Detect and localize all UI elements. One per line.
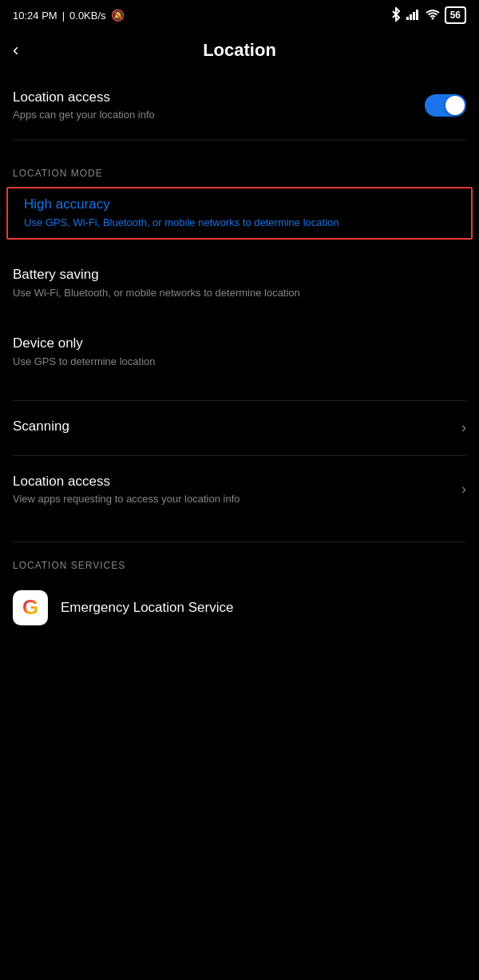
scanning-title: Scanning [13, 419, 69, 434]
page-title: Location [203, 40, 276, 61]
location-access-apps-chevron-icon: › [461, 481, 466, 498]
location-mode-section-label: LOCATION MODE [13, 153, 466, 187]
location-access-apps-sub: View apps requesting to access your loca… [13, 493, 240, 505]
battery-level: 56 [450, 10, 461, 21]
svg-rect-0 [406, 17, 409, 20]
mode-item-device-only[interactable]: Device only Use GPS to determine locatio… [13, 327, 466, 377]
page-header: ‹ Location [0, 27, 479, 77]
scanning-text: Scanning [13, 419, 69, 438]
battery-saving-desc: Use Wi-Fi, Bluetooth, or mobile networks… [13, 286, 466, 300]
location-access-apps-row[interactable]: Location access View apps requesting to … [13, 459, 466, 519]
device-only-desc: Use GPS to determine location [13, 355, 466, 369]
high-accuracy-desc: Use GPS, Wi-Fi, Bluetooth, or mobile net… [24, 216, 465, 230]
status-right: 56 [390, 6, 466, 24]
time-display: 10:24 PM [13, 10, 57, 22]
location-access-apps-text: Location access View apps requesting to … [13, 474, 240, 505]
toggle-knob [445, 96, 465, 115]
location-access-row: Location access Apps can get your locati… [13, 77, 466, 137]
battery-indicator: 56 [445, 6, 466, 24]
divider-2 [13, 400, 466, 401]
divider-3 [13, 455, 466, 456]
svg-point-4 [431, 17, 433, 19]
divider-4 [13, 542, 466, 542]
google-app-icon: G [13, 590, 48, 625]
svg-rect-1 [410, 14, 412, 20]
scanning-chevron-icon: › [461, 419, 466, 436]
wifi-icon [426, 9, 440, 22]
location-access-subtitle: Apps can get your location info [13, 109, 155, 121]
location-access-text: Location access Apps can get your locati… [13, 89, 155, 121]
back-button[interactable]: ‹ [13, 37, 25, 64]
emergency-location-title: Emergency Location Service [61, 600, 233, 616]
high-accuracy-title: High accuracy [24, 196, 465, 212]
status-bar: 10:24 PM | 0.0KB/s 🔕 [0, 0, 479, 27]
network-speed: | [62, 10, 65, 22]
location-access-title: Location access [13, 89, 155, 105]
emergency-location-row[interactable]: G Emergency Location Service [13, 579, 466, 637]
svg-rect-2 [413, 12, 415, 20]
location-access-toggle[interactable] [425, 94, 466, 117]
divider-1 [13, 140, 466, 141]
google-g-letter: G [22, 595, 38, 620]
status-left: 10:24 PM | 0.0KB/s 🔕 [13, 9, 125, 22]
silent-icon: 🔕 [111, 9, 125, 22]
battery-saving-title: Battery saving [13, 267, 466, 283]
signal-icon [406, 9, 421, 22]
location-access-apps-title: Location access [13, 474, 240, 490]
device-only-title: Device only [13, 335, 466, 351]
scanning-row[interactable]: Scanning › [13, 404, 466, 452]
svg-rect-3 [416, 10, 418, 20]
mode-item-battery-saving[interactable]: Battery saving Use Wi-Fi, Bluetooth, or … [13, 259, 466, 308]
network-speed-value: 0.0KB/s [69, 10, 106, 22]
selected-chevron-icon: › [0, 206, 1, 220]
mode-item-high-accuracy[interactable]: › High accuracy Use GPS, Wi-Fi, Bluetoot… [6, 187, 473, 240]
main-content: Location access Apps can get your locati… [0, 77, 479, 637]
location-services-section-label: LOCATION SERVICES [13, 546, 466, 579]
bluetooth-icon [390, 7, 402, 24]
